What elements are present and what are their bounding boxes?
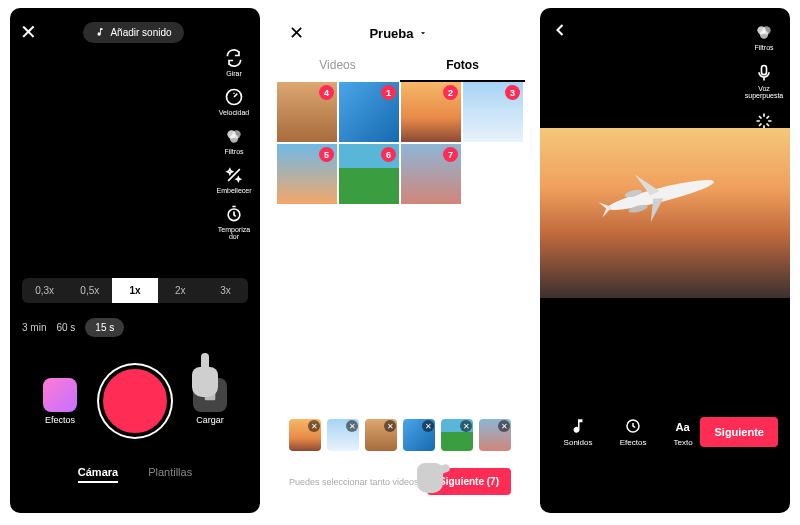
selection-badge: 3 bbox=[505, 85, 520, 100]
svg-rect-9 bbox=[762, 66, 767, 75]
remove-icon[interactable]: ✕ bbox=[422, 420, 434, 432]
duration-opt[interactable]: 60 s bbox=[56, 322, 75, 333]
svg-point-3 bbox=[230, 134, 238, 142]
upload-icon bbox=[193, 378, 227, 412]
camera-screen: ✕ Añadir sonido Girar Velocidad Filtros … bbox=[10, 8, 260, 513]
tray-item[interactable]: ✕ bbox=[441, 419, 473, 451]
edit-preview-screen: Filtros Voz superpuesta Mejorar Sonidos bbox=[540, 8, 790, 513]
effects-button[interactable]: Efectos bbox=[620, 417, 647, 447]
photo-cell[interactable]: 6 bbox=[339, 144, 399, 204]
next-button[interactable]: Siguiente bbox=[700, 417, 778, 447]
airplane-icon bbox=[585, 147, 735, 239]
edit-tools-rail: Filtros Voz superpuesta Mejorar bbox=[744, 22, 784, 140]
photo-cell[interactable]: 1 bbox=[339, 82, 399, 142]
speed-opt[interactable]: 2x bbox=[158, 278, 203, 303]
duration-opt[interactable]: 3 min bbox=[22, 322, 46, 333]
record-button[interactable] bbox=[103, 369, 167, 433]
remove-icon[interactable]: ✕ bbox=[460, 420, 472, 432]
photo-cell[interactable]: 3 bbox=[463, 82, 523, 142]
svg-point-10 bbox=[605, 174, 715, 214]
filters-tool[interactable]: Filtros bbox=[744, 22, 784, 51]
filters-icon bbox=[224, 126, 244, 146]
text-icon: Aa bbox=[674, 417, 692, 435]
chevron-left-icon bbox=[550, 20, 570, 40]
speed-tool[interactable]: Velocidad bbox=[214, 87, 254, 116]
tab-videos[interactable]: Videos bbox=[275, 50, 400, 82]
speedometer-icon bbox=[224, 87, 244, 107]
microphone-icon bbox=[754, 63, 774, 83]
tab-camera[interactable]: Cámara bbox=[78, 466, 118, 483]
speed-selector[interactable]: 0,3x 0,5x 1x 2x 3x bbox=[22, 278, 248, 303]
speed-opt[interactable]: 0,5x bbox=[67, 278, 112, 303]
next-button[interactable]: Siguiente (7) bbox=[427, 468, 511, 495]
camera-tools-rail: Girar Velocidad Filtros Embellecer Tempo… bbox=[214, 48, 254, 240]
back-button[interactable] bbox=[550, 20, 570, 44]
selection-badge: 5 bbox=[319, 147, 334, 162]
photo-cell[interactable]: 7 bbox=[401, 144, 461, 204]
speed-opt[interactable]: 3x bbox=[203, 278, 248, 303]
remove-icon[interactable]: ✕ bbox=[384, 420, 396, 432]
tray-item[interactable]: ✕ bbox=[365, 419, 397, 451]
selection-badge: 4 bbox=[319, 85, 334, 100]
effects-button[interactable]: Efectos bbox=[43, 378, 77, 425]
flip-icon bbox=[224, 48, 244, 68]
selection-hint: Puedes seleccionar tanto videos com bbox=[289, 477, 417, 487]
flip-tool[interactable]: Girar bbox=[214, 48, 254, 77]
speed-opt[interactable]: 0,3x bbox=[22, 278, 67, 303]
speed-opt[interactable]: 1x bbox=[112, 278, 157, 303]
svg-text:Aa: Aa bbox=[676, 421, 691, 433]
close-icon[interactable]: ✕ bbox=[20, 20, 37, 44]
tab-photos[interactable]: Fotos bbox=[400, 50, 525, 82]
clock-icon bbox=[624, 417, 642, 435]
media-type-tabs[interactable]: Videos Fotos bbox=[275, 50, 525, 82]
video-preview[interactable] bbox=[540, 128, 790, 298]
mode-tabs[interactable]: Cámara Plantillas bbox=[10, 466, 260, 483]
music-note-icon bbox=[569, 417, 587, 435]
filters-icon bbox=[754, 22, 774, 42]
photo-cell[interactable]: 5 bbox=[277, 144, 337, 204]
music-note-icon bbox=[95, 27, 105, 37]
photo-grid: 4123567 bbox=[275, 82, 525, 204]
filters-tool[interactable]: Filtros bbox=[214, 126, 254, 155]
duration-opt[interactable]: 15 s bbox=[85, 318, 124, 337]
remove-icon[interactable]: ✕ bbox=[308, 420, 320, 432]
chevron-down-icon bbox=[418, 28, 428, 38]
selection-badge: 1 bbox=[381, 85, 396, 100]
sounds-button[interactable]: Sonidos bbox=[564, 417, 593, 447]
tray-item[interactable]: ✕ bbox=[289, 419, 321, 451]
album-selector[interactable]: Prueba bbox=[369, 26, 427, 41]
wand-icon bbox=[224, 165, 244, 185]
svg-rect-5 bbox=[205, 389, 216, 400]
svg-point-8 bbox=[760, 30, 768, 38]
effects-icon bbox=[43, 378, 77, 412]
tab-templates[interactable]: Plantillas bbox=[148, 466, 192, 483]
selection-badge: 6 bbox=[381, 147, 396, 162]
text-button[interactable]: Aa Texto bbox=[674, 417, 693, 447]
close-icon[interactable]: ✕ bbox=[289, 22, 304, 44]
tray-item[interactable]: ✕ bbox=[327, 419, 359, 451]
selected-tray: ✕✕✕✕✕✕ bbox=[275, 419, 525, 451]
add-sound-label: Añadir sonido bbox=[110, 27, 171, 38]
upload-button[interactable]: Cargar bbox=[193, 378, 227, 425]
tray-item[interactable]: ✕ bbox=[403, 419, 435, 451]
tray-item[interactable]: ✕ bbox=[479, 419, 511, 451]
add-sound-button[interactable]: Añadir sonido bbox=[83, 22, 183, 43]
duration-selector[interactable]: 3 min 60 s 15 s bbox=[22, 318, 124, 337]
timer-icon bbox=[224, 204, 244, 224]
gallery-picker-screen: ✕ Prueba Videos Fotos 4123567 ✕✕✕✕✕✕ Pue… bbox=[275, 8, 525, 513]
photo-cell[interactable]: 2 bbox=[401, 82, 461, 142]
selection-badge: 2 bbox=[443, 85, 458, 100]
remove-icon[interactable]: ✕ bbox=[346, 420, 358, 432]
timer-tool[interactable]: Temporiza dor bbox=[214, 204, 254, 240]
beautify-tool[interactable]: Embellecer bbox=[214, 165, 254, 194]
photo-cell[interactable]: 4 bbox=[277, 82, 337, 142]
selection-badge: 7 bbox=[443, 147, 458, 162]
remove-icon[interactable]: ✕ bbox=[498, 420, 510, 432]
voiceover-tool[interactable]: Voz superpuesta bbox=[744, 63, 784, 99]
